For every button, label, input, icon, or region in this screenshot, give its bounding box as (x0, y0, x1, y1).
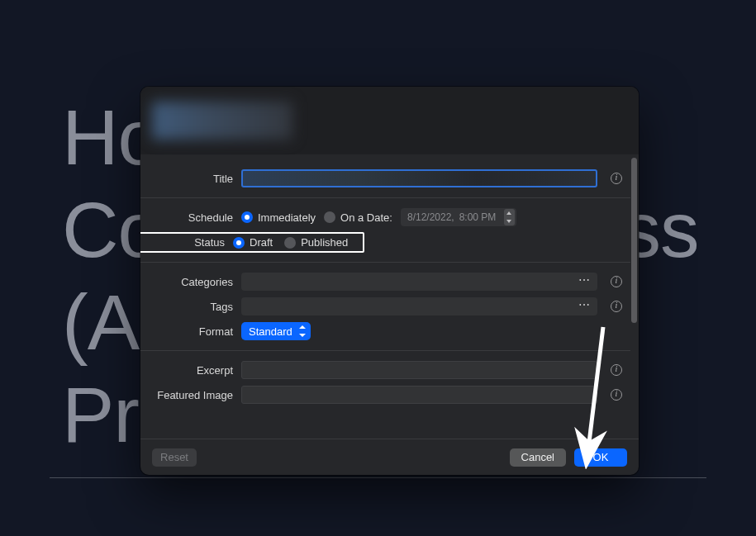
dialog-footer: Reset Cancel OK (140, 439, 639, 475)
info-icon[interactable] (611, 389, 622, 401)
time-value: 8:00 PM (459, 211, 497, 223)
featured-image-input[interactable] (241, 386, 597, 404)
header-title-redacted (152, 102, 292, 140)
radio-label: Draft (250, 236, 273, 249)
excerpt-input[interactable] (241, 361, 597, 379)
radio-label: Published (301, 236, 348, 249)
format-label: Format (140, 325, 241, 338)
dialog-body: Title Schedule Immediately (140, 154, 639, 439)
status-draft-radio[interactable]: Draft (233, 236, 273, 249)
ok-button[interactable]: OK (574, 448, 627, 467)
categories-input[interactable] (241, 273, 597, 291)
info-icon[interactable] (611, 364, 622, 376)
tags-label: Tags (140, 301, 241, 313)
scrollbar[interactable] (631, 158, 637, 323)
featured-image-label: Featured Image (140, 389, 241, 401)
schedule-label: Schedule (140, 211, 241, 224)
dialog-header (140, 87, 639, 154)
info-icon[interactable] (611, 173, 622, 184)
background-divider (50, 477, 706, 478)
cancel-button[interactable]: Cancel (510, 448, 566, 467)
tags-input[interactable] (241, 297, 597, 315)
info-icon[interactable] (611, 276, 622, 287)
chevron-up-down-icon (297, 324, 307, 339)
schedule-date-field[interactable]: 8/12/2022, 8:00 PM (401, 208, 516, 226)
status-published-radio[interactable]: Published (284, 236, 348, 249)
format-select[interactable]: Standard (241, 322, 311, 340)
categories-label: Categories (140, 276, 241, 288)
info-icon[interactable] (611, 301, 622, 312)
stepper-icon[interactable] (504, 209, 515, 225)
title-label: Title (140, 173, 241, 185)
radio-label: Immediately (258, 211, 316, 224)
status-highlight: Status Draft Published (140, 232, 364, 253)
excerpt-label: Excerpt (140, 364, 241, 377)
schedule-on-date-radio[interactable]: On a Date: (324, 211, 392, 224)
select-value: Standard (249, 325, 292, 338)
title-input[interactable] (241, 169, 597, 187)
reset-button[interactable]: Reset (152, 448, 197, 467)
radio-label: On a Date: (340, 211, 392, 224)
schedule-immediately-radio[interactable]: Immediately (241, 211, 316, 224)
status-label: Status (140, 236, 233, 249)
post-settings-dialog: Title Schedule Immediately (140, 87, 639, 475)
date-value: 8/12/2022, (407, 211, 454, 223)
